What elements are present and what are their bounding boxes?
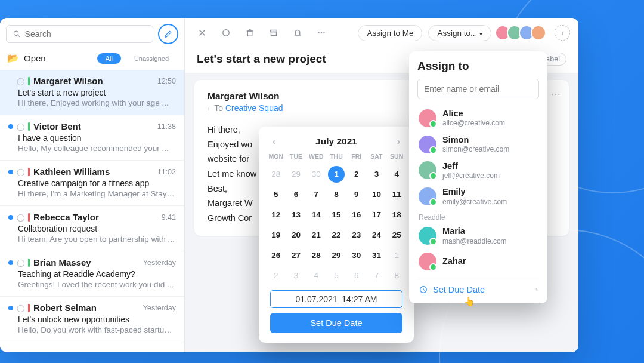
calendar-day[interactable]: 29 (328, 247, 345, 264)
dow-label: SAT (367, 153, 387, 162)
compose-button[interactable] (158, 24, 178, 44)
close-button[interactable] (193, 24, 211, 42)
thread-time: 11:38 (157, 122, 176, 131)
person-row[interactable]: Alice alice@creative.com (417, 105, 539, 131)
recipient-link[interactable]: Creative Squad (225, 103, 283, 113)
calendar-day[interactable]: 8 (328, 186, 345, 203)
search-input[interactable] (25, 29, 147, 39)
calendar-day[interactable]: 29 (288, 166, 305, 183)
mark-read-button[interactable] (217, 24, 235, 42)
person-row[interactable]: Maria mash@readdle.com (417, 223, 539, 249)
person-row[interactable]: Zahar (417, 249, 539, 274)
person-row[interactable]: Simon simon@creative.com (417, 131, 539, 158)
calendar-day[interactable]: 28 (308, 247, 324, 264)
calendar-day[interactable]: 18 (388, 207, 405, 223)
calendar-day[interactable]: 6 (348, 267, 365, 284)
calendar-day[interactable]: 9 (348, 186, 365, 203)
unread-dot (8, 306, 13, 310)
person-icon: ◯ (17, 168, 24, 176)
datetime-input[interactable] (270, 290, 402, 308)
calendar-day[interactable]: 26 (268, 247, 284, 264)
thread-preview: Hello, My colleague recommended your ... (18, 144, 176, 153)
clock-icon (419, 285, 428, 294)
calendar-day[interactable]: 2 (348, 166, 365, 183)
calendar-day[interactable]: 23 (348, 227, 365, 244)
more-icon[interactable]: ⋯ (551, 88, 561, 100)
calendar-day[interactable]: 7 (308, 186, 324, 203)
filter-all[interactable]: All (97, 53, 121, 64)
svg-point-11 (318, 32, 319, 33)
set-due-date-row[interactable]: Set Due Date › 👆 (417, 278, 539, 301)
thread-item[interactable]: ◯ Victor Bent 11:38 I have a question He… (0, 115, 184, 161)
set-due-date-button[interactable]: Set Due Date (270, 313, 402, 333)
person-name: Alice (442, 109, 505, 119)
thread-subject: Collaboration request (18, 224, 176, 233)
calendar-day[interactable]: 1 (388, 247, 405, 264)
calendar-day[interactable]: 6 (288, 186, 305, 203)
calendar-day[interactable]: 3 (288, 267, 305, 284)
calendar-day[interactable]: 28 (268, 166, 284, 183)
calendar-day[interactable]: 20 (288, 227, 305, 244)
avatar[interactable] (531, 25, 546, 41)
calendar-day[interactable]: 13 (288, 207, 305, 223)
date-picker: ‹ July 2021 › MONTUEWEDTHUFRISATSUN28293… (259, 127, 414, 343)
thread-item[interactable]: ◯ Robert Selman Yesterday Let's unlock n… (0, 297, 184, 342)
calendar-day[interactable]: 7 (368, 267, 385, 284)
thread-item[interactable]: ◯ Brian Massey Yesterday Teaching at Rea… (0, 251, 184, 297)
avatar (419, 253, 436, 270)
calendar-day[interactable]: 27 (288, 247, 305, 264)
calendar-day[interactable]: 14 (308, 207, 324, 223)
thread-item[interactable]: ◯ Kathleen Williams 11:02 Creative campa… (0, 161, 184, 206)
calendar-day[interactable]: 24 (368, 227, 385, 244)
filter-unassigned[interactable]: Unassigned (126, 53, 177, 64)
notify-button[interactable] (289, 24, 306, 42)
assign-search-input[interactable] (417, 79, 539, 99)
calendar-day[interactable]: 3 (368, 166, 385, 183)
calendar-day[interactable]: 15 (328, 207, 345, 223)
search-box[interactable] (6, 25, 153, 43)
thread-item[interactable]: ◯ Margaret Wilson 12:50 Let's start a ne… (0, 70, 184, 115)
calendar-day[interactable]: 1 (328, 166, 345, 183)
person-row[interactable]: Emily emily@creative.com (417, 183, 539, 210)
next-month-button[interactable]: › (394, 135, 403, 148)
calendar-day[interactable]: 19 (268, 227, 284, 244)
calendar-day[interactable]: 2 (268, 267, 284, 284)
prev-month-button[interactable]: ‹ (270, 135, 278, 148)
calendar-day[interactable]: 21 (308, 227, 324, 244)
person-email: jeff@creative.com (442, 171, 500, 180)
chevron-right-icon[interactable]: › (208, 105, 210, 112)
assign-to-button[interactable]: Assign to... ▾ (428, 25, 491, 41)
calendar-day[interactable]: 31 (368, 247, 385, 264)
calendar-day[interactable]: 30 (308, 166, 324, 183)
dow-label: MON (266, 153, 286, 162)
avatar (419, 227, 436, 245)
thread-time: Yesterday (143, 304, 176, 312)
calendar-day[interactable]: 8 (388, 267, 405, 284)
status-bar (28, 77, 30, 85)
unread-dot (8, 215, 13, 220)
thread-item[interactable]: ◯ Rebecca Taylor 9:41 Collaboration requ… (0, 206, 184, 251)
calendar-day[interactable]: 17 (368, 207, 385, 223)
calendar-day[interactable]: 16 (348, 207, 365, 223)
person-row[interactable]: Jeff jeff@creative.com (417, 158, 539, 184)
thread-sender: Kathleen Williams (33, 167, 154, 177)
svg-point-0 (14, 31, 18, 35)
calendar-day[interactable]: 4 (308, 267, 324, 284)
calendar-day[interactable]: 12 (268, 207, 284, 223)
calendar-day[interactable]: 11 (388, 186, 405, 203)
assign-to-me-button[interactable]: Assign to Me (358, 25, 422, 41)
archive-button[interactable] (265, 24, 283, 42)
calendar-day[interactable]: 5 (328, 267, 345, 284)
calendar-day[interactable]: 30 (348, 247, 365, 264)
add-assignee-button[interactable]: + (555, 25, 570, 41)
calendar-day[interactable]: 4 (388, 166, 405, 183)
more-button[interactable] (312, 24, 330, 42)
person-email: emily@creative.com (442, 198, 507, 206)
calendar-day[interactable]: 5 (268, 186, 284, 203)
people-list: Alice alice@creative.com Simon simon@cre… (417, 105, 539, 210)
trash-button[interactable] (241, 24, 259, 42)
thread-preview: Hi there, I'm a Marketing Manager at Sta… (18, 189, 176, 198)
calendar-day[interactable]: 22 (328, 227, 345, 244)
calendar-day[interactable]: 10 (368, 186, 385, 203)
calendar-day[interactable]: 25 (388, 227, 405, 244)
